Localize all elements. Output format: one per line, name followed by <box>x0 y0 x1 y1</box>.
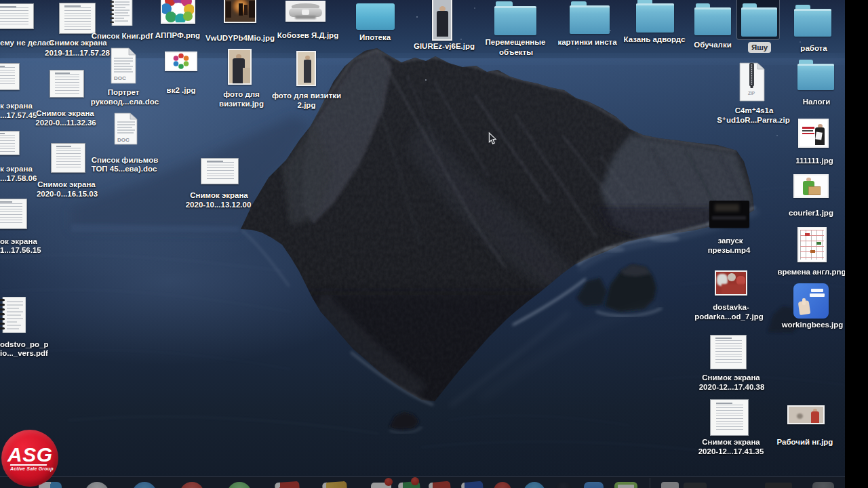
svg-text:DOC: DOC <box>117 137 130 143</box>
svg-text:DOC: DOC <box>114 75 126 81</box>
svg-text:ZIP: ZIP <box>748 91 755 96</box>
